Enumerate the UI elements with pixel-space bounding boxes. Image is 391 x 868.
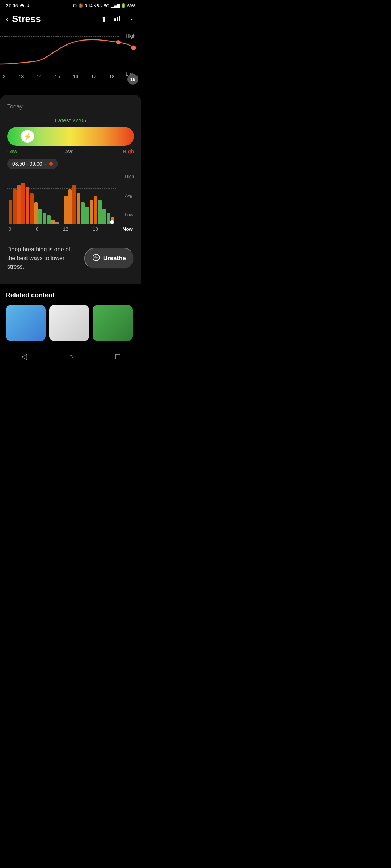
battery-icon: 🔋 <box>121 3 126 8</box>
bar-5 <box>26 187 29 224</box>
breathe-description: Deep breathing is one of the best ways t… <box>7 245 80 271</box>
x-label-12: 12 <box>63 226 68 232</box>
time-display: 22:06 <box>6 3 18 8</box>
home-nav-button[interactable]: ○ <box>60 349 82 364</box>
data-speed: 0.14 KB/s <box>85 4 103 8</box>
stress-bar: ⚡ <box>7 127 134 146</box>
bar-10 <box>47 215 51 224</box>
more-options-button[interactable]: ⋮ <box>128 15 135 24</box>
x-label-now: Now <box>123 226 133 232</box>
chart-high-label: High <box>125 174 134 179</box>
header-icons: ⬆ ⋮ <box>101 14 135 24</box>
related-card-1[interactable] <box>6 305 46 341</box>
bottom-navigation: ◁ ○ □ <box>0 345 141 370</box>
chart-low-label: Low <box>125 212 134 217</box>
bars-area <box>9 180 114 224</box>
bluetooth-icon: ⬡ <box>73 3 77 8</box>
bar-11 <box>51 220 55 224</box>
x-label-0: 0 <box>9 226 11 232</box>
related-cards <box>6 305 135 341</box>
trend-chart: High Low 2 13 14 15 16 17 18 19 <box>0 30 141 95</box>
status-bar: 22:06 ⊖ ⤓ ⬡ 🔕 0.14 KB/s 5G ▂▄▆ 🔋 69% <box>0 0 141 10</box>
bar-12 <box>55 222 59 224</box>
breathe-icon <box>92 254 100 263</box>
current-position-dot <box>110 220 114 224</box>
header: ‹ Stress ⬆ ⋮ <box>0 10 141 30</box>
day-13: 13 <box>18 74 24 85</box>
page-title: Stress <box>12 13 101 25</box>
trend-y-labels: High Low <box>126 33 135 77</box>
bar-2 <box>13 189 17 224</box>
bar-17 <box>81 202 85 224</box>
day-15: 15 <box>55 74 60 85</box>
svg-rect-0 <box>114 18 116 21</box>
stress-high-label: High <box>123 149 134 154</box>
do-not-disturb-icon: ⊖ <box>20 3 24 8</box>
recents-nav-button[interactable]: □ <box>107 349 129 364</box>
bar-13 <box>64 196 68 224</box>
today-label: Today <box>7 103 134 110</box>
bar-20 <box>94 196 97 224</box>
bar-8 <box>38 209 42 224</box>
bar-chart-x-labels: 0 6 12 18 Now <box>7 226 134 232</box>
bar-14 <box>68 189 72 224</box>
x-label-18: 18 <box>93 226 98 232</box>
mute-icon: 🔕 <box>78 3 83 8</box>
svg-rect-1 <box>117 17 118 21</box>
bar-7 <box>34 202 38 224</box>
breathe-button[interactable]: Breathe <box>84 248 134 269</box>
day-14: 14 <box>37 74 42 85</box>
divider <box>7 239 134 239</box>
back-nav-button[interactable]: ◁ <box>12 349 36 364</box>
bar-18 <box>85 207 89 224</box>
bar-6 <box>30 193 34 224</box>
back-button[interactable]: ‹ <box>6 14 8 24</box>
related-card-2[interactable] <box>49 305 89 341</box>
day-18: 18 <box>109 74 114 85</box>
day-17: 17 <box>91 74 96 85</box>
latest-time: Latest 22:05 <box>7 117 134 123</box>
network-type: 5G <box>104 4 109 8</box>
bar-15 <box>72 185 76 224</box>
bar-22 <box>102 209 106 224</box>
main-card: Today Latest 22:05 ⚡ Low Avg. High 08:50… <box>0 95 141 284</box>
download-icon: ⤓ <box>26 3 30 8</box>
related-content-title: Related content <box>6 292 135 299</box>
bar-19 <box>90 200 93 224</box>
bar-23 <box>107 213 110 224</box>
bar-1 <box>9 200 12 224</box>
time-tooltip: 08:50 - 09:00 · <box>7 159 58 169</box>
chart-icon[interactable] <box>114 14 122 24</box>
status-right: ⬡ 🔕 0.14 KB/s 5G ▂▄▆ 🔋 69% <box>73 3 135 8</box>
bar-chart-y-labels: High Avg. Low <box>125 174 134 217</box>
x-label-6: 6 <box>36 226 38 232</box>
time-range: 08:50 - 09:00 <box>12 161 42 167</box>
trend-x-axis: 2 13 14 15 16 17 18 19 <box>0 74 141 85</box>
stress-avg-label: Avg. <box>65 149 75 154</box>
svg-rect-2 <box>119 16 120 21</box>
avg-line <box>71 129 71 144</box>
day-2: 2 <box>3 74 5 85</box>
chart-avg-label: Avg. <box>125 193 134 198</box>
battery-level: 69% <box>127 4 135 8</box>
breathe-section: Deep breathing is one of the best ways t… <box>7 245 134 277</box>
bar-4 <box>21 183 25 224</box>
tooltip-separator: · <box>45 161 47 167</box>
status-left: 22:06 ⊖ ⤓ <box>6 3 30 8</box>
stress-bar-labels: Low Avg. High <box>7 149 134 154</box>
high-dashed-line <box>7 174 116 174</box>
related-card-3[interactable] <box>93 305 133 341</box>
time-dot-indicator <box>49 162 53 166</box>
high-label: High <box>126 33 135 39</box>
stress-bar-icon: ⚡ <box>21 130 34 143</box>
share-button[interactable]: ⬆ <box>101 15 107 24</box>
breathe-label: Breathe <box>103 255 126 262</box>
bar-9 <box>43 213 46 224</box>
stress-low-label: Low <box>7 149 17 154</box>
bar-16 <box>77 193 80 224</box>
bar-chart: High Avg. Low <box>7 174 134 232</box>
bar-3 <box>17 185 21 224</box>
signal-bars: ▂▄▆ <box>111 3 119 8</box>
trend-line-svg <box>0 30 141 80</box>
bar-21 <box>98 200 102 224</box>
